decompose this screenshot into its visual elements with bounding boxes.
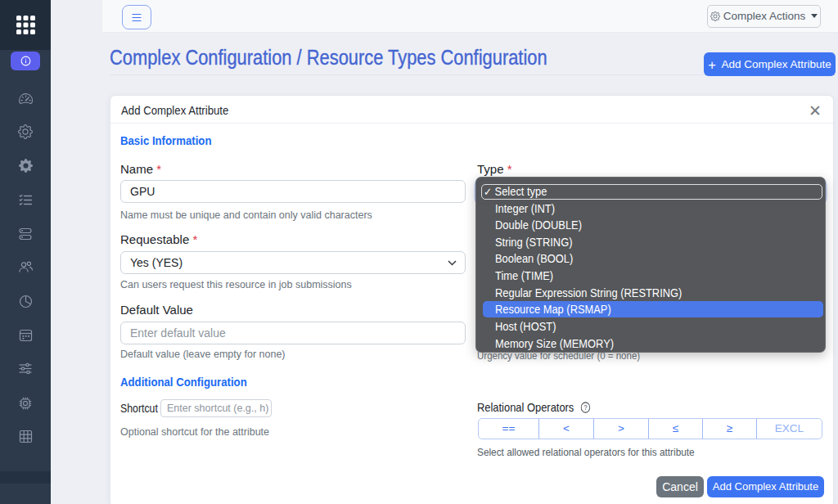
svg-text:?: ? [583, 403, 588, 412]
